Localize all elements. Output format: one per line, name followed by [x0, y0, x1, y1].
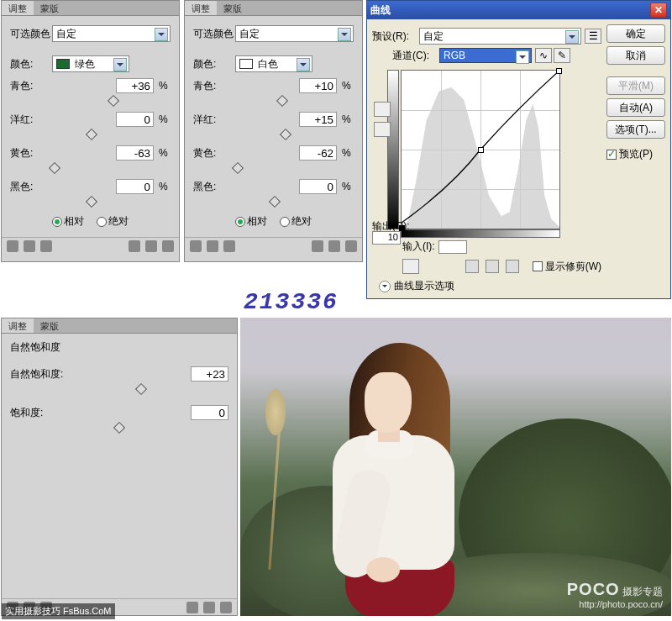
- absolute-radio[interactable]: 绝对: [97, 215, 129, 227]
- preset-label: 预设(R):: [372, 29, 419, 44]
- auto-button[interactable]: 自动(A): [606, 98, 665, 117]
- preset-dropdown[interactable]: 自定: [419, 28, 581, 45]
- dialog-title: 曲线: [370, 3, 650, 18]
- output-value[interactable]: 10: [372, 231, 401, 245]
- panel-footer: [2, 237, 179, 254]
- cyan-input[interactable]: [299, 78, 337, 93]
- vibrance-slider[interactable]: [10, 387, 228, 395]
- magenta-slider[interactable]: [10, 132, 171, 140]
- magenta-slider[interactable]: [193, 132, 354, 140]
- result-photo: POCO 摄影专题 http://photo.poco.cn/: [240, 318, 671, 616]
- vibrance-title: 自然饱和度: [10, 340, 228, 355]
- foot-icon[interactable]: [186, 602, 198, 613]
- channel-dropdown[interactable]: RGB: [439, 48, 532, 63]
- cyan-label: 青色:: [10, 79, 52, 93]
- trash-icon[interactable]: [220, 602, 232, 613]
- curve-mode-icon[interactable]: ∿: [535, 48, 552, 63]
- foot-icon[interactable]: [312, 240, 323, 252]
- foot-icon[interactable]: [40, 240, 52, 252]
- magenta-input[interactable]: [299, 112, 337, 127]
- selective-color-panel-green: 调整 蒙版 可选颜色 自定 颜色: 绿色 青色:% 洋红:% 黄色:% 黑色:%…: [1, 0, 180, 262]
- yellow-input[interactable]: [299, 145, 337, 161]
- tab-adjust[interactable]: 调整: [2, 318, 34, 333]
- selcol-title: 可选颜色: [10, 27, 52, 41]
- input-label: 输入(I):: [402, 239, 435, 254]
- titlebar[interactable]: 曲线 ✕: [367, 1, 670, 19]
- poco-watermark: POCO 摄影专题 http://photo.poco.cn/: [567, 580, 663, 609]
- yellow-slider[interactable]: [10, 166, 171, 174]
- vibrance-panel: 调整蒙版 自然饱和度 自然饱和度: 饱和度:: [1, 318, 238, 616]
- foot-icon[interactable]: [223, 240, 235, 252]
- yellow-input[interactable]: [116, 145, 154, 161]
- magenta-input[interactable]: [116, 112, 154, 127]
- black-input[interactable]: [299, 179, 337, 194]
- color-dropdown[interactable]: 绿色: [52, 55, 129, 72]
- foot-icon[interactable]: [328, 240, 340, 252]
- preview-checkbox[interactable]: 预览(P): [606, 147, 665, 161]
- pencil-tool-icon[interactable]: [374, 122, 391, 137]
- vibrance-label: 自然饱和度:: [10, 367, 69, 382]
- swatch-green: [56, 59, 70, 69]
- foot-icon[interactable]: [129, 240, 140, 252]
- options-button[interactable]: 选项(T)...: [606, 120, 665, 139]
- black-slider[interactable]: [10, 199, 171, 208]
- tab-adjust[interactable]: 调整: [2, 1, 34, 15]
- color-dropdown[interactable]: 白色: [235, 55, 312, 72]
- relative-radio[interactable]: 相对: [52, 215, 84, 227]
- show-clipping-checkbox[interactable]: 显示修剪(W): [533, 260, 601, 274]
- smooth-button: 平滑(M): [606, 76, 665, 95]
- white-point-eyedropper-icon[interactable]: [506, 260, 519, 273]
- input-gradient: [401, 229, 560, 238]
- saturation-label: 饱和度:: [10, 406, 69, 420]
- black-point-eyedropper-icon[interactable]: [465, 260, 479, 273]
- absolute-radio[interactable]: 绝对: [280, 215, 312, 227]
- tab-mask[interactable]: 蒙版: [34, 318, 66, 333]
- foot-icon[interactable]: [190, 240, 202, 252]
- input-value[interactable]: [438, 240, 467, 254]
- foot-icon[interactable]: [203, 602, 215, 613]
- color-label: 颜色:: [10, 57, 52, 71]
- vibrance-input[interactable]: [191, 366, 228, 382]
- saturation-input[interactable]: [191, 405, 228, 420]
- trash-icon[interactable]: [162, 240, 174, 252]
- foot-icon[interactable]: [207, 240, 218, 252]
- cyan-slider[interactable]: [10, 98, 171, 107]
- black-slider[interactable]: [193, 199, 354, 208]
- curves-dialog: 曲线 ✕ 预设(R): 自定 ☰ 通道(C): RGB ∿✎: [366, 0, 671, 299]
- cyan-input[interactable]: [116, 78, 154, 93]
- foot-icon[interactable]: [145, 240, 157, 252]
- saturation-slider[interactable]: [10, 425, 228, 434]
- close-button[interactable]: ✕: [650, 3, 667, 18]
- chevron-down-icon: [155, 28, 168, 41]
- channel-label: 通道(C):: [392, 49, 439, 63]
- yellow-slider[interactable]: [193, 166, 354, 174]
- preset-dropdown[interactable]: 自定: [235, 25, 354, 42]
- foot-icon[interactable]: [7, 240, 18, 252]
- output-gradient: [387, 70, 399, 229]
- yellow-label: 黄色:: [10, 146, 52, 161]
- tab-mask[interactable]: 蒙版: [34, 1, 66, 15]
- curve-point[interactable]: [556, 68, 562, 74]
- black-input[interactable]: [116, 179, 154, 194]
- selective-color-panel-white: 调整蒙版 可选颜色 自定 颜色: 白色 青色:% 洋红:% 黄色:% 黑色:% …: [184, 0, 363, 262]
- curve-tool-icon[interactable]: [374, 102, 391, 117]
- foot-icon[interactable]: [24, 240, 35, 252]
- watermark-number: 213336: [244, 289, 339, 315]
- relative-radio[interactable]: 相对: [235, 215, 267, 227]
- display-options-toggle[interactable]: 曲线显示选项: [379, 279, 601, 293]
- preset-dropdown[interactable]: 自定: [52, 25, 171, 42]
- chevron-down-icon: [113, 58, 127, 71]
- gray-point-eyedropper-icon[interactable]: [486, 260, 499, 273]
- cancel-button[interactable]: 取消: [606, 46, 665, 65]
- pencil-mode-icon[interactable]: ✎: [554, 48, 570, 63]
- magenta-label: 洋红:: [10, 113, 52, 127]
- ok-button[interactable]: 确定: [606, 24, 665, 43]
- curve-point[interactable]: [478, 147, 484, 153]
- cyan-slider[interactable]: [193, 98, 354, 107]
- trash-icon[interactable]: [345, 240, 357, 252]
- curve-graph[interactable]: [401, 70, 560, 229]
- tab-mask[interactable]: 蒙版: [217, 1, 249, 15]
- preset-menu-icon[interactable]: ☰: [585, 29, 601, 44]
- tab-adjust[interactable]: 调整: [185, 1, 217, 15]
- hand-tool-icon[interactable]: [402, 259, 419, 274]
